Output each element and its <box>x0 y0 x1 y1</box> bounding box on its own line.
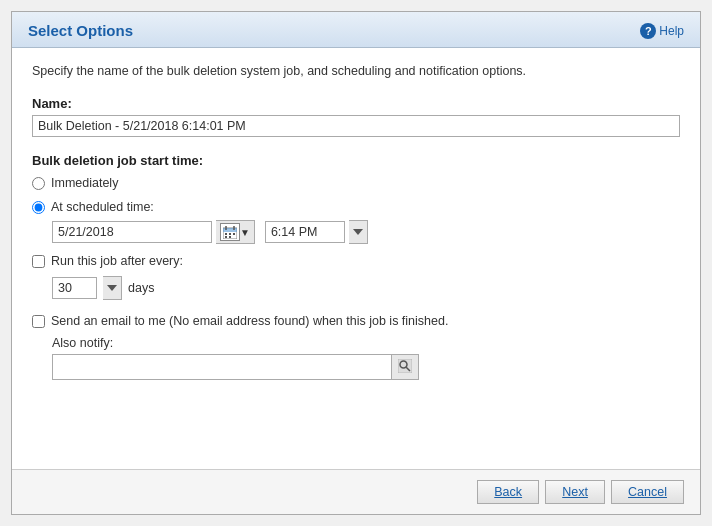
start-time-label: Bulk deletion job start time: <box>32 153 680 168</box>
name-input[interactable] <box>32 115 680 137</box>
help-icon: ? <box>640 23 656 39</box>
immediately-radio[interactable] <box>32 177 45 190</box>
dialog-header: Select Options ? Help <box>12 12 700 48</box>
send-email-label: Send an email to me (No email address fo… <box>51 314 448 328</box>
dialog-body: Specify the name of the bulk deletion sy… <box>12 48 700 469</box>
calendar-button[interactable]: ▼ <box>216 220 255 244</box>
recurrence-spinner-button[interactable] <box>103 276 122 300</box>
time-input[interactable] <box>265 221 345 243</box>
help-label: Help <box>659 24 684 38</box>
calendar-icon <box>220 223 240 241</box>
time-dropdown-button[interactable] <box>349 220 368 244</box>
spinner-arrow-icon <box>107 285 117 291</box>
at-scheduled-row: At scheduled time: <box>32 200 680 214</box>
send-email-checkbox[interactable] <box>32 315 45 328</box>
run-after-every-row: Run this job after every: <box>32 254 680 268</box>
next-button[interactable]: Next <box>545 480 605 504</box>
svg-rect-1 <box>223 228 237 232</box>
dialog-title: Select Options <box>28 22 133 39</box>
name-label: Name: <box>32 96 680 111</box>
description-text: Specify the name of the bulk deletion sy… <box>32 64 680 78</box>
back-button[interactable]: Back <box>477 480 539 504</box>
time-dropdown-arrow-icon <box>353 229 363 235</box>
days-label: days <box>128 281 154 295</box>
immediately-label: Immediately <box>51 176 118 190</box>
notify-lookup-button[interactable] <box>392 354 419 380</box>
recurrence-row: days <box>52 276 680 300</box>
cancel-button[interactable]: Cancel <box>611 480 684 504</box>
run-after-every-label: Run this job after every: <box>51 254 183 268</box>
notify-input[interactable] <box>52 354 392 380</box>
select-options-dialog: Select Options ? Help Specify the name o… <box>11 11 701 515</box>
svg-rect-4 <box>225 233 227 235</box>
recurrence-number-input[interactable] <box>52 277 97 299</box>
cal-chevron-icon: ▼ <box>240 227 250 238</box>
at-scheduled-label: At scheduled time: <box>51 200 154 214</box>
notify-lookup-icon <box>398 359 412 376</box>
svg-rect-5 <box>229 233 231 235</box>
send-email-row: Send an email to me (No email address fo… <box>32 314 680 328</box>
dialog-footer: Back Next Cancel <box>12 469 700 514</box>
notify-input-row <box>52 354 680 380</box>
svg-rect-7 <box>225 236 227 238</box>
run-after-every-checkbox[interactable] <box>32 255 45 268</box>
immediately-row: Immediately <box>32 176 680 190</box>
at-scheduled-radio[interactable] <box>32 201 45 214</box>
date-time-row: ▼ <box>52 220 680 244</box>
help-link[interactable]: ? Help <box>640 23 684 39</box>
date-input[interactable] <box>52 221 212 243</box>
svg-rect-6 <box>233 233 235 235</box>
svg-rect-8 <box>229 236 231 238</box>
also-notify-label: Also notify: <box>52 336 680 350</box>
